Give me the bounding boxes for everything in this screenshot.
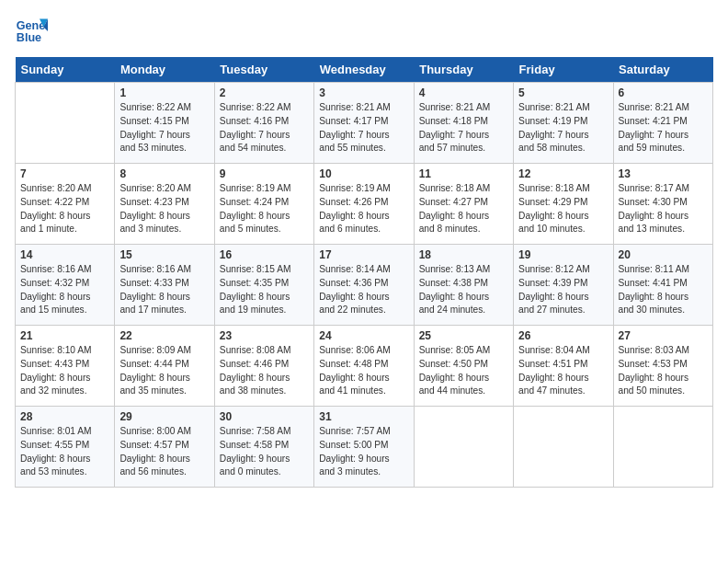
calendar-cell: [414, 407, 513, 488]
calendar-cell: 15Sunrise: 8:16 AM Sunset: 4:33 PM Dayli…: [115, 245, 214, 326]
calendar-cell: 27Sunrise: 8:03 AM Sunset: 4:53 PM Dayli…: [613, 326, 712, 407]
day-info: Sunrise: 8:06 AM Sunset: 4:48 PM Dayligh…: [319, 344, 408, 398]
calendar-cell: 16Sunrise: 8:15 AM Sunset: 4:35 PM Dayli…: [214, 245, 313, 326]
day-info: Sunrise: 8:22 AM Sunset: 4:15 PM Dayligh…: [119, 101, 209, 155]
day-info: Sunrise: 8:17 AM Sunset: 4:30 PM Dayligh…: [619, 182, 708, 236]
day-number: 11: [419, 167, 508, 180]
calendar-cell: 11Sunrise: 8:18 AM Sunset: 4:27 PM Dayli…: [414, 164, 513, 245]
day-info: Sunrise: 8:08 AM Sunset: 4:46 PM Dayligh…: [220, 344, 309, 398]
day-number: 25: [419, 329, 508, 342]
calendar-cell: 6Sunrise: 8:21 AM Sunset: 4:21 PM Daylig…: [613, 83, 712, 164]
day-number: 5: [518, 86, 608, 99]
day-number: 28: [20, 410, 109, 423]
day-info: Sunrise: 8:18 AM Sunset: 4:27 PM Dayligh…: [419, 182, 508, 236]
day-info: Sunrise: 8:20 AM Sunset: 4:22 PM Dayligh…: [20, 182, 109, 236]
day-info: Sunrise: 8:01 AM Sunset: 4:55 PM Dayligh…: [20, 425, 109, 479]
calendar-cell: 20Sunrise: 8:11 AM Sunset: 4:41 PM Dayli…: [613, 245, 712, 326]
day-info: Sunrise: 8:19 AM Sunset: 4:26 PM Dayligh…: [319, 182, 408, 236]
calendar-cell: 26Sunrise: 8:04 AM Sunset: 4:51 PM Dayli…: [514, 326, 613, 407]
calendar-cell: 7Sunrise: 8:20 AM Sunset: 4:22 PM Daylig…: [16, 164, 115, 245]
calendar-cell: [613, 407, 712, 488]
day-number: 10: [319, 167, 408, 180]
day-number: 6: [619, 86, 708, 99]
day-info: Sunrise: 7:57 AM Sunset: 5:00 PM Dayligh…: [319, 425, 408, 479]
day-info: Sunrise: 8:18 AM Sunset: 4:29 PM Dayligh…: [518, 182, 608, 236]
col-header-thursday: Thursday: [414, 57, 513, 83]
day-info: Sunrise: 8:11 AM Sunset: 4:41 PM Dayligh…: [619, 263, 708, 317]
calendar-cell: 31Sunrise: 7:57 AM Sunset: 5:00 PM Dayli…: [314, 407, 414, 488]
calendar-cell: 13Sunrise: 8:17 AM Sunset: 4:30 PM Dayli…: [613, 164, 712, 245]
day-info: Sunrise: 8:04 AM Sunset: 4:51 PM Dayligh…: [518, 344, 608, 398]
day-info: Sunrise: 8:20 AM Sunset: 4:23 PM Dayligh…: [119, 182, 209, 236]
calendar-cell: 4Sunrise: 8:21 AM Sunset: 4:18 PM Daylig…: [414, 83, 513, 164]
day-number: 20: [619, 248, 708, 261]
day-number: 2: [220, 86, 309, 99]
calendar-cell: 12Sunrise: 8:18 AM Sunset: 4:29 PM Dayli…: [514, 164, 613, 245]
day-number: 21: [20, 329, 109, 342]
day-info: Sunrise: 8:22 AM Sunset: 4:16 PM Dayligh…: [220, 101, 309, 155]
day-info: Sunrise: 8:16 AM Sunset: 4:32 PM Dayligh…: [20, 263, 109, 317]
logo: General Blue: [15, 15, 51, 48]
calendar-cell: 21Sunrise: 8:10 AM Sunset: 4:43 PM Dayli…: [16, 326, 115, 407]
col-header-monday: Monday: [115, 57, 214, 83]
calendar-cell: 3Sunrise: 8:21 AM Sunset: 4:17 PM Daylig…: [314, 83, 414, 164]
calendar-table: SundayMondayTuesdayWednesdayThursdayFrid…: [15, 57, 713, 488]
calendar-cell: [514, 407, 613, 488]
calendar-cell: [16, 83, 115, 164]
day-number: 31: [319, 410, 408, 423]
day-number: 26: [518, 329, 608, 342]
day-number: 17: [319, 248, 408, 261]
day-number: 22: [119, 329, 209, 342]
day-number: 16: [220, 248, 309, 261]
day-number: 30: [220, 410, 309, 423]
calendar-cell: 14Sunrise: 8:16 AM Sunset: 4:32 PM Dayli…: [16, 245, 115, 326]
day-info: Sunrise: 8:21 AM Sunset: 4:19 PM Dayligh…: [518, 101, 608, 155]
day-info: Sunrise: 8:09 AM Sunset: 4:44 PM Dayligh…: [119, 344, 209, 398]
day-number: 29: [119, 410, 209, 423]
calendar-cell: 23Sunrise: 8:08 AM Sunset: 4:46 PM Dayli…: [214, 326, 313, 407]
day-info: Sunrise: 8:12 AM Sunset: 4:39 PM Dayligh…: [518, 263, 608, 317]
col-header-sunday: Sunday: [16, 57, 115, 83]
day-number: 23: [220, 329, 309, 342]
svg-text:Blue: Blue: [17, 31, 41, 44]
calendar-cell: 22Sunrise: 8:09 AM Sunset: 4:44 PM Dayli…: [115, 326, 214, 407]
day-number: 19: [518, 248, 608, 261]
day-info: Sunrise: 8:15 AM Sunset: 4:35 PM Dayligh…: [220, 263, 309, 317]
day-number: 3: [319, 86, 408, 99]
day-info: Sunrise: 8:00 AM Sunset: 4:57 PM Dayligh…: [119, 425, 209, 479]
calendar-cell: 29Sunrise: 8:00 AM Sunset: 4:57 PM Dayli…: [115, 407, 214, 488]
calendar-cell: 5Sunrise: 8:21 AM Sunset: 4:19 PM Daylig…: [514, 83, 613, 164]
day-number: 18: [419, 248, 508, 261]
page-header: General Blue: [15, 15, 713, 48]
day-number: 27: [619, 329, 708, 342]
day-number: 9: [220, 167, 309, 180]
day-number: 12: [518, 167, 608, 180]
calendar-cell: 10Sunrise: 8:19 AM Sunset: 4:26 PM Dayli…: [314, 164, 414, 245]
calendar-cell: 17Sunrise: 8:14 AM Sunset: 4:36 PM Dayli…: [314, 245, 414, 326]
day-number: 7: [20, 167, 109, 180]
day-info: Sunrise: 8:03 AM Sunset: 4:53 PM Dayligh…: [619, 344, 708, 398]
day-info: Sunrise: 8:21 AM Sunset: 4:18 PM Dayligh…: [419, 101, 508, 155]
day-info: Sunrise: 7:58 AM Sunset: 4:58 PM Dayligh…: [220, 425, 309, 479]
calendar-cell: 28Sunrise: 8:01 AM Sunset: 4:55 PM Dayli…: [16, 407, 115, 488]
day-number: 15: [119, 248, 209, 261]
day-number: 14: [20, 248, 109, 261]
col-header-friday: Friday: [514, 57, 613, 83]
calendar-cell: 30Sunrise: 7:58 AM Sunset: 4:58 PM Dayli…: [214, 407, 313, 488]
calendar-cell: 18Sunrise: 8:13 AM Sunset: 4:38 PM Dayli…: [414, 245, 513, 326]
day-info: Sunrise: 8:14 AM Sunset: 4:36 PM Dayligh…: [319, 263, 408, 317]
day-info: Sunrise: 8:10 AM Sunset: 4:43 PM Dayligh…: [20, 344, 109, 398]
calendar-cell: 1Sunrise: 8:22 AM Sunset: 4:15 PM Daylig…: [115, 83, 214, 164]
col-header-tuesday: Tuesday: [214, 57, 313, 83]
calendar-cell: 19Sunrise: 8:12 AM Sunset: 4:39 PM Dayli…: [514, 245, 613, 326]
day-number: 1: [119, 86, 209, 99]
day-info: Sunrise: 8:21 AM Sunset: 4:21 PM Dayligh…: [619, 101, 708, 155]
day-number: 24: [319, 329, 408, 342]
calendar-cell: 9Sunrise: 8:19 AM Sunset: 4:24 PM Daylig…: [214, 164, 313, 245]
col-header-saturday: Saturday: [613, 57, 712, 83]
day-info: Sunrise: 8:21 AM Sunset: 4:17 PM Dayligh…: [319, 101, 408, 155]
calendar-cell: 8Sunrise: 8:20 AM Sunset: 4:23 PM Daylig…: [115, 164, 214, 245]
day-info: Sunrise: 8:16 AM Sunset: 4:33 PM Dayligh…: [119, 263, 209, 317]
col-header-wednesday: Wednesday: [314, 57, 414, 83]
day-info: Sunrise: 8:19 AM Sunset: 4:24 PM Dayligh…: [220, 182, 309, 236]
